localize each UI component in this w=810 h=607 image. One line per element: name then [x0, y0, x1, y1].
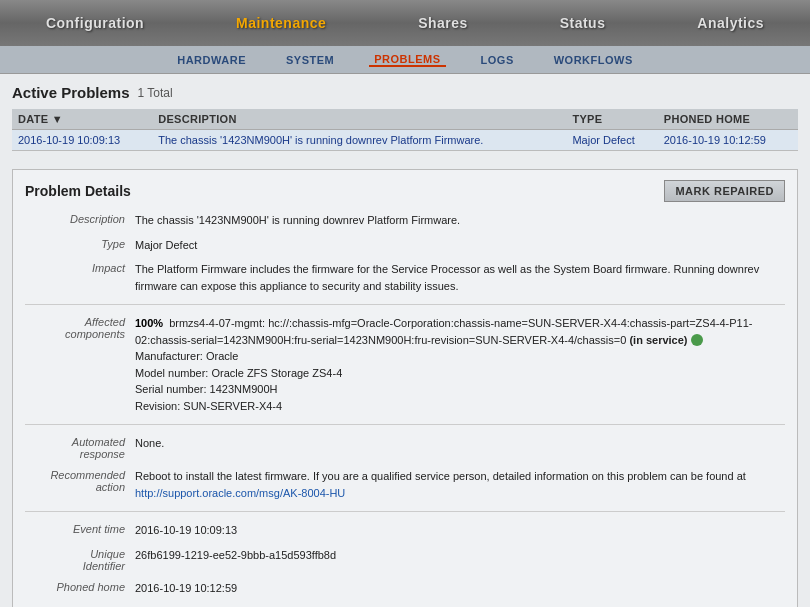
- detail-row-recommended: Recommendedaction Reboot to install the …: [25, 468, 785, 501]
- model-number: Model number: Oracle ZFS Storage ZS4-4: [135, 367, 342, 379]
- divider-3: [25, 511, 785, 512]
- nav-shares[interactable]: Shares: [398, 0, 488, 46]
- label-phoned-home: Phoned home: [25, 580, 135, 593]
- value-automated: None.: [135, 435, 785, 452]
- detail-row-type: Type Major Defect: [25, 237, 785, 254]
- recommended-link[interactable]: http://support.oracle.com/msg/AK-8004-HU: [135, 487, 345, 499]
- label-recommended: Recommendedaction: [25, 468, 135, 493]
- recommended-text: Reboot to install the latest firmware. I…: [135, 470, 746, 482]
- cell-description: The chassis '1423NM900H' is running down…: [152, 130, 566, 151]
- main-content: Active Problems 1 Total DATE ▼ DESCRIPTI…: [0, 74, 810, 607]
- subnav-system[interactable]: SYSTEM: [281, 54, 339, 66]
- revision: Revision: SUN-SERVER-X4-4: [135, 400, 282, 412]
- subnav-hardware[interactable]: HARDWARE: [172, 54, 251, 66]
- serial-number: Serial number: 1423NM900H: [135, 383, 277, 395]
- label-event-time: Event time: [25, 522, 135, 535]
- divider-2: [25, 424, 785, 425]
- nav-analytics[interactable]: Analytics: [677, 0, 784, 46]
- label-automated: Automatedresponse: [25, 435, 135, 460]
- value-affected: 100%brmzs4-4-07-mgmt: hc://:chassis-mfg=…: [135, 315, 785, 414]
- nav-configuration[interactable]: Configuration: [26, 0, 164, 46]
- detail-row-uuid: UniqueIdentifier 26fb6199-1219-ee52-9bbb…: [25, 547, 785, 572]
- cell-date: 2016-10-19 10:09:13: [12, 130, 152, 151]
- label-impact: Impact: [25, 261, 135, 274]
- problem-details-section: Problem Details MARK REPAIRED Descriptio…: [12, 169, 798, 607]
- detail-row-phoned-home: Phoned home 2016-10-19 10:12:59: [25, 580, 785, 597]
- subnav-logs[interactable]: LOGS: [476, 54, 519, 66]
- active-problems-count: 1 Total: [138, 86, 173, 100]
- col-date[interactable]: DATE ▼: [12, 109, 152, 130]
- active-problems-header: Active Problems 1 Total: [12, 84, 798, 101]
- value-event-time: 2016-10-19 10:09:13: [135, 522, 785, 539]
- value-uuid: 26fb6199-1219-ee52-9bbb-a15d593ffb8d: [135, 547, 785, 564]
- sub-navigation: HARDWARE SYSTEM PROBLEMS LOGS WORKFLOWS: [0, 46, 810, 74]
- details-title: Problem Details: [25, 183, 131, 199]
- value-description: The chassis '1423NM900H' is running down…: [135, 212, 785, 229]
- value-recommended: Reboot to install the latest firmware. I…: [135, 468, 785, 501]
- cell-phoned-home: 2016-10-19 10:12:59: [658, 130, 798, 151]
- cell-type: Major Defect: [566, 130, 657, 151]
- inservice-icon: [691, 334, 703, 346]
- nav-maintenance[interactable]: Maintenance: [216, 0, 346, 46]
- divider: [25, 304, 785, 305]
- detail-row-affected: Affectedcomponents 100%brmzs4-4-07-mgmt:…: [25, 315, 785, 414]
- value-impact: The Platform Firmware includes the firmw…: [135, 261, 785, 294]
- problems-table: DATE ▼ DESCRIPTION TYPE PHONED HOME 2016…: [12, 109, 798, 151]
- value-phoned-home: 2016-10-19 10:12:59: [135, 580, 785, 597]
- detail-row-description: Description The chassis '1423NM900H' is …: [25, 212, 785, 229]
- nav-status[interactable]: Status: [540, 0, 626, 46]
- value-type: Major Defect: [135, 237, 785, 254]
- label-description: Description: [25, 212, 135, 225]
- active-problems-title: Active Problems: [12, 84, 130, 101]
- label-type: Type: [25, 237, 135, 250]
- affected-percent: 100%: [135, 317, 163, 329]
- detail-row-impact: Impact The Platform Firmware includes th…: [25, 261, 785, 294]
- table-row[interactable]: 2016-10-19 10:09:13 The chassis '1423NM9…: [12, 130, 798, 151]
- in-service-label: (in service): [629, 334, 687, 346]
- label-affected: Affectedcomponents: [25, 315, 135, 340]
- details-header: Problem Details MARK REPAIRED: [25, 180, 785, 202]
- subnav-problems[interactable]: PROBLEMS: [369, 53, 445, 67]
- top-navigation: Configuration Maintenance Shares Status …: [0, 0, 810, 46]
- label-uuid: UniqueIdentifier: [25, 547, 135, 572]
- detail-row-event-time: Event time 2016-10-19 10:09:13: [25, 522, 785, 539]
- detail-row-automated: Automatedresponse None.: [25, 435, 785, 460]
- col-type[interactable]: TYPE: [566, 109, 657, 130]
- manufacturer: Manufacturer: Oracle: [135, 350, 238, 362]
- table-header-row: DATE ▼ DESCRIPTION TYPE PHONED HOME: [12, 109, 798, 130]
- col-description[interactable]: DESCRIPTION: [152, 109, 566, 130]
- col-phoned-home[interactable]: PHONED HOME: [658, 109, 798, 130]
- mark-repaired-button[interactable]: MARK REPAIRED: [664, 180, 785, 202]
- subnav-workflows[interactable]: WORKFLOWS: [549, 54, 638, 66]
